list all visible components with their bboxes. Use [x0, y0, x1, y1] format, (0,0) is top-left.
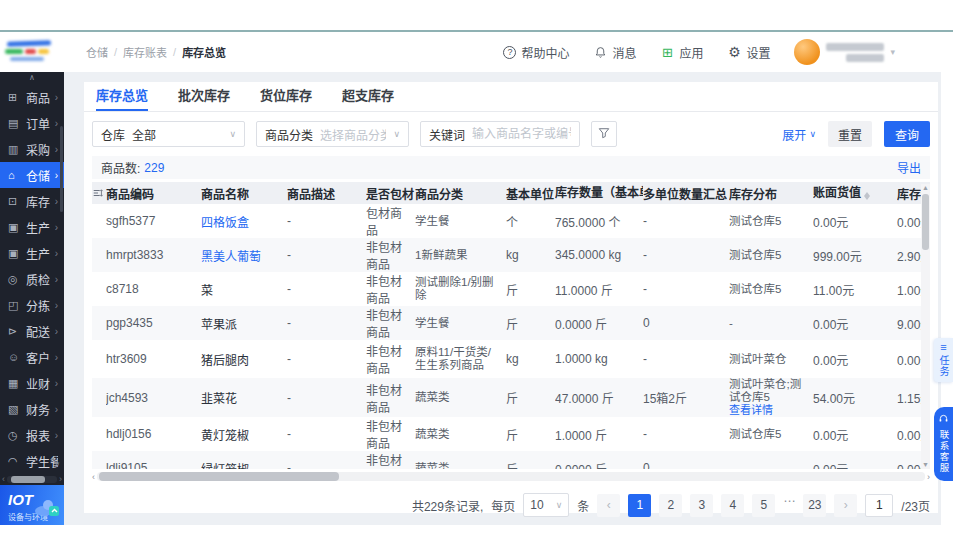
breadcrumb-separator: / — [114, 46, 117, 58]
iot-cloud-icon — [32, 496, 62, 521]
tab-货位库存[interactable]: 货位库存 — [260, 82, 312, 111]
category-select[interactable]: 商品分类 选择商品分类 ∨ — [256, 121, 409, 147]
prev-page-button[interactable]: ‹ — [597, 494, 620, 517]
page-button-4[interactable]: 4 — [721, 494, 744, 517]
sidebar-item-orders[interactable]: ▤订单› — [0, 110, 64, 136]
cell-category: 蔬菜类 — [415, 462, 506, 470]
cell-multi: 0 — [643, 316, 729, 330]
scroll-down-icon[interactable]: ▼ — [922, 461, 929, 469]
cell-code: sgfh5377 — [106, 214, 201, 228]
page-button-1[interactable]: 1 — [628, 494, 651, 517]
sidebar-item-warehouse[interactable]: ⌂仓储› — [0, 162, 64, 188]
page-button-3[interactable]: 3 — [690, 494, 713, 517]
page-jump-input[interactable] — [865, 494, 893, 517]
scroll-left-icon[interactable]: ‹ — [92, 472, 95, 482]
sidebar-item-delivery[interactable]: ⊳配送› — [0, 318, 64, 344]
avatar — [794, 39, 820, 65]
sidebar-item-reports[interactable]: ◷报表› — [0, 422, 64, 448]
chevron-right-icon: › — [55, 326, 58, 337]
scrollbar-track[interactable] — [7, 476, 57, 483]
cell-value: 0.00元 — [813, 426, 897, 443]
cell-dist: 测试仓库5 — [729, 215, 813, 228]
finance-icon: ▧ — [8, 403, 21, 416]
sidebar-item-finance[interactable]: ▧财务› — [0, 396, 64, 422]
tab-超支库存[interactable]: 超支库存 — [342, 82, 394, 111]
apps-grid-icon: ⊞ — [660, 45, 674, 59]
warehouse-select[interactable]: 仓库 全部 ∨ — [92, 121, 245, 147]
sidebar-item-customers[interactable]: ☺客户› — [0, 344, 64, 370]
keyword-field[interactable]: 关键词 — [420, 121, 580, 147]
cell-unit: 个 — [506, 213, 555, 230]
cell-unit: 斤 — [506, 426, 555, 443]
chevron-right-icon: › — [55, 274, 58, 285]
page-button-23[interactable]: 23 — [803, 494, 826, 517]
scrollbar-thumb[interactable] — [11, 476, 45, 483]
breadcrumb-item[interactable]: 仓储 — [86, 44, 108, 60]
help-icon: ? — [503, 46, 516, 59]
apps-button[interactable]: ⊞ 应用 — [660, 44, 703, 61]
cell-value: 0.00元 — [813, 351, 897, 368]
breadcrumb-item[interactable]: 库存账表 — [123, 44, 167, 60]
page-button-2[interactable]: 2 — [659, 494, 682, 517]
sort-icon[interactable] — [864, 189, 870, 203]
sidebar-scroll-up-icon[interactable]: ∧ — [0, 72, 64, 84]
view-details-link[interactable]: 查看详情 — [729, 404, 807, 417]
bell-icon — [593, 45, 607, 59]
scroll-right-icon[interactable]: › — [59, 474, 62, 484]
sidebar-item-business-finance[interactable]: ▦业财› — [0, 370, 64, 396]
cell-packing: 非包材商品 — [366, 451, 415, 469]
product-name-link[interactable]: 四格饭盒 — [201, 216, 249, 230]
category-select-label: 商品分类 — [265, 126, 313, 143]
tab-批次库存[interactable]: 批次库存 — [178, 82, 230, 111]
sidebar-item-production-1[interactable]: ▣生产› — [0, 214, 64, 240]
column-settings-icon[interactable] — [92, 187, 106, 199]
sidebar-scrollbar[interactable] — [60, 126, 63, 212]
scroll-up-icon[interactable]: ▲ — [922, 184, 929, 192]
page-size-select[interactable]: 10 ∨ — [523, 493, 569, 517]
sidebar-item-label: 财务 — [26, 401, 50, 418]
sidebar-scroll-down-icon[interactable]: ∨ — [54, 460, 60, 469]
help-center-label: 帮助中心 — [521, 44, 569, 61]
contact-support-tab[interactable]: 联系客服 — [934, 407, 953, 481]
sidebar-item-inventory[interactable]: ⊡库存› — [0, 188, 64, 214]
cell-desc: - — [287, 248, 366, 262]
scrollbar-thumb[interactable] — [99, 472, 339, 481]
cell-desc: - — [287, 391, 366, 405]
sidebar-item-purchase[interactable]: ▥采购› — [0, 136, 64, 162]
task-panel-tab[interactable]: ≡ 任务 — [934, 338, 953, 382]
table-vertical-scrollbar[interactable]: ▲ ▼ — [921, 184, 930, 469]
filter-bar: 仓库 全部 ∨ 商品分类 选择商品分类 ∨ 关键词 — [84, 112, 938, 154]
iot-banner[interactable]: IOT 设备与环境 — [0, 485, 64, 525]
tab-库存总览[interactable]: 库存总览 — [96, 82, 148, 111]
sidebar-item-label: 生产 — [26, 219, 50, 236]
expand-filters-link[interactable]: 展开 ∨ — [782, 126, 816, 143]
scroll-right-icon[interactable]: › — [927, 472, 930, 482]
sidebar-item-goods[interactable]: ⊞商品› — [0, 84, 64, 110]
cell-multi: - — [643, 282, 729, 296]
sidebar-horizontal-scrollbar[interactable]: ‹ › — [0, 474, 64, 485]
sidebar-item-sorting[interactable]: ◰分拣› — [0, 292, 64, 318]
sidebar-item-production-2[interactable]: ▣生产› — [0, 240, 64, 266]
scroll-left-icon[interactable]: ‹ — [2, 474, 5, 484]
advanced-filter-button[interactable] — [591, 121, 617, 147]
search-button[interactable]: 查询 — [884, 121, 930, 147]
warehouse-select-label: 仓库 — [101, 126, 125, 143]
scrollbar-thumb[interactable] — [922, 194, 929, 250]
settings-button[interactable]: ⚙ 设置 — [727, 44, 770, 61]
messages-button[interactable]: 消息 — [593, 44, 636, 61]
scrollbar-track[interactable] — [97, 472, 925, 481]
next-page-button[interactable]: › — [834, 494, 857, 517]
sidebar-item-quality[interactable]: ◎质检› — [0, 266, 64, 292]
cell-name: 黑美人葡萄 — [201, 247, 287, 264]
export-link[interactable]: 导出 — [897, 159, 921, 176]
help-center-button[interactable]: ? 帮助中心 — [503, 44, 569, 61]
keyword-input[interactable] — [472, 127, 571, 141]
user-menu[interactable]: ▾ — [794, 39, 895, 65]
product-name-link[interactable]: 黑美人葡萄 — [201, 250, 261, 264]
page-button-5[interactable]: 5 — [752, 494, 775, 517]
reset-button[interactable]: 重置 — [828, 121, 872, 147]
sidebar-item-label: 业财 — [26, 375, 50, 392]
table-horizontal-scrollbar[interactable]: ‹ › — [92, 471, 930, 482]
product-name-text: 猪后腿肉 — [201, 354, 249, 368]
cell-category: 学生餐 — [415, 215, 506, 228]
